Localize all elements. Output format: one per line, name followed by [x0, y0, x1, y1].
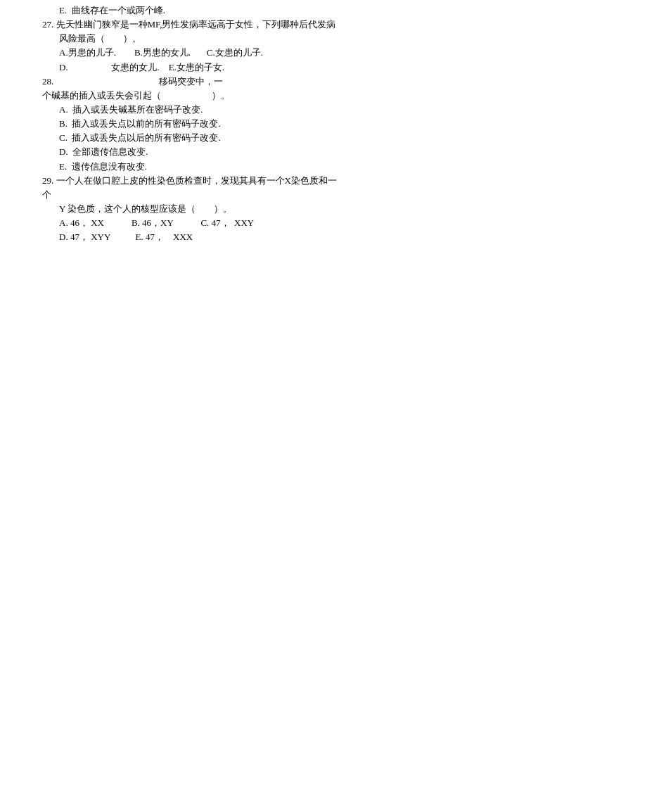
question-29-cont2: Y 染色质，这个人的核型应该是（ ）。 — [42, 202, 492, 216]
option-28c: C. 插入或丢失点以后的所有密码子改变. — [42, 131, 492, 145]
options-27-row1: A.男患的儿子. B.男患的女儿. C.女患的儿子. — [42, 46, 492, 60]
question-27-cont: 风险最高（ ）。 — [42, 32, 492, 46]
question-29-cont1: 个 — [42, 188, 492, 202]
option-26e: E. 曲线存在一个或两个峰. — [42, 4, 492, 18]
question-27: 27. 先天性幽门狭窄是一种MF,男性发病率远高于女性，下列哪种后代发病 — [42, 18, 492, 32]
option-28b: B. 插入或丢失点以前的所有密码子改变. — [42, 117, 492, 131]
question-28: 28. 移码突变中，一 — [42, 75, 492, 89]
option-28e: E. 遗传信息没有改变. — [42, 160, 492, 174]
options-27-row2: D. 女患的女儿. E.女患的子女. — [42, 61, 492, 75]
question-29: 29. 一个人在做口腔上皮的性染色质检查时，发现其具有一个X染色质和一 — [42, 174, 492, 188]
option-28d: D. 全部遗传信息改变. — [42, 145, 492, 159]
question-28-cont: 个碱基的插入或丢失会引起（ ）。 — [42, 89, 492, 103]
document-page: E. 曲线存在一个或两个峰. 27. 先天性幽门狭窄是一种MF,男性发病率远高于… — [0, 0, 647, 244]
options-29-row1: A. 46， XX B. 46，XY C. 47， XXY — [42, 216, 492, 230]
option-28a: A. 插入或丢失碱基所在密码子改变. — [42, 103, 492, 117]
options-29-row2: D. 47， XYY E. 47， XXX — [42, 230, 492, 244]
